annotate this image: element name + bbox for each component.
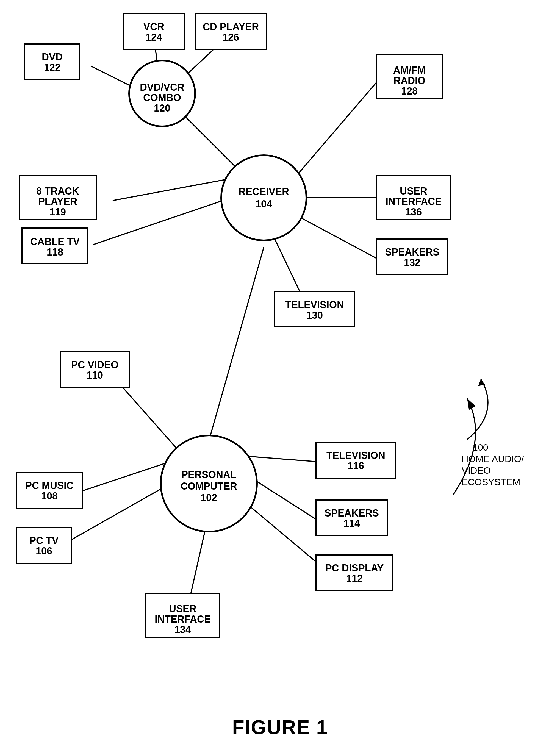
svg-text:TELEVISION: TELEVISION (285, 299, 344, 310)
svg-text:ECOSYSTEM: ECOSYSTEM (462, 477, 520, 487)
svg-text:COMBO: COMBO (143, 92, 181, 103)
svg-text:DVD: DVD (42, 52, 63, 63)
svg-text:104: 104 (256, 198, 272, 210)
svg-text:PC MUSIC: PC MUSIC (25, 480, 74, 491)
svg-text:COMPUTER: COMPUTER (181, 481, 237, 492)
svg-line-4 (294, 82, 377, 179)
svg-text:136: 136 (405, 206, 422, 218)
svg-text:USER: USER (400, 185, 427, 197)
svg-line-16 (239, 497, 324, 569)
svg-text:128: 128 (401, 85, 418, 97)
svg-text:112: 112 (346, 573, 363, 584)
svg-line-11 (115, 379, 179, 451)
svg-text:CABLE TV: CABLE TV (30, 236, 80, 247)
svg-text:120: 120 (154, 102, 171, 114)
svg-line-8 (113, 179, 231, 201)
svg-text:8 TRACK: 8 TRACK (36, 185, 79, 197)
svg-text:134: 134 (175, 624, 191, 635)
svg-text:USER: USER (169, 603, 197, 614)
svg-text:SPEAKERS: SPEAKERS (385, 246, 439, 258)
svg-text:118: 118 (47, 246, 63, 258)
svg-text:RECEIVER: RECEIVER (239, 186, 289, 197)
svg-line-3 (91, 66, 135, 88)
svg-text:132: 132 (404, 257, 420, 268)
svg-line-14 (244, 456, 316, 462)
svg-text:106: 106 (36, 545, 52, 557)
svg-text:119: 119 (49, 206, 66, 218)
svg-text:110: 110 (86, 369, 103, 381)
svg-text:AM/FM: AM/FM (393, 65, 426, 76)
svg-text:116: 116 (347, 460, 364, 471)
svg-text:CD PLAYER: CD PLAYER (203, 21, 259, 33)
svg-line-7 (275, 239, 302, 297)
svg-text:114: 114 (343, 518, 360, 529)
svg-text:TELEVISION: TELEVISION (326, 450, 385, 461)
svg-text:DVD/VCR: DVD/VCR (140, 82, 184, 93)
svg-text:PC DISPLAY: PC DISPLAY (325, 563, 384, 574)
svg-text:HOME AUDIO/: HOME AUDIO/ (462, 454, 524, 464)
svg-text:122: 122 (44, 62, 60, 73)
svg-text:100: 100 (473, 442, 488, 452)
svg-text:102: 102 (201, 492, 217, 503)
svg-text:PC VIDEO: PC VIDEO (71, 359, 118, 370)
svg-text:INTERFACE: INTERFACE (385, 196, 442, 207)
svg-text:VCR: VCR (143, 21, 164, 33)
svg-text:PC TV: PC TV (29, 535, 59, 546)
svg-text:124: 124 (146, 32, 162, 43)
figure-label: FIGURE 1 (0, 716, 560, 738)
svg-text:VIDEO: VIDEO (462, 465, 491, 475)
svg-text:PERSONAL: PERSONAL (181, 469, 236, 480)
svg-line-9 (94, 198, 231, 245)
svg-text:INTERFACE: INTERFACE (155, 613, 211, 625)
svg-point-23 (221, 155, 306, 240)
svg-line-6 (300, 217, 377, 258)
svg-line-12 (72, 462, 171, 494)
svg-line-13 (69, 484, 171, 541)
svg-text:126: 126 (223, 32, 239, 43)
svg-text:SPEAKERS: SPEAKERS (324, 507, 379, 519)
svg-text:PLAYER: PLAYER (38, 196, 78, 207)
svg-text:108: 108 (41, 490, 58, 502)
diagram-container: DVD/VCR COMBO 120 RECEIVER 104 PERSONAL … (0, 0, 560, 714)
svg-line-10 (206, 247, 264, 451)
svg-text:130: 130 (306, 310, 323, 321)
svg-text:RADIO: RADIO (394, 75, 425, 86)
